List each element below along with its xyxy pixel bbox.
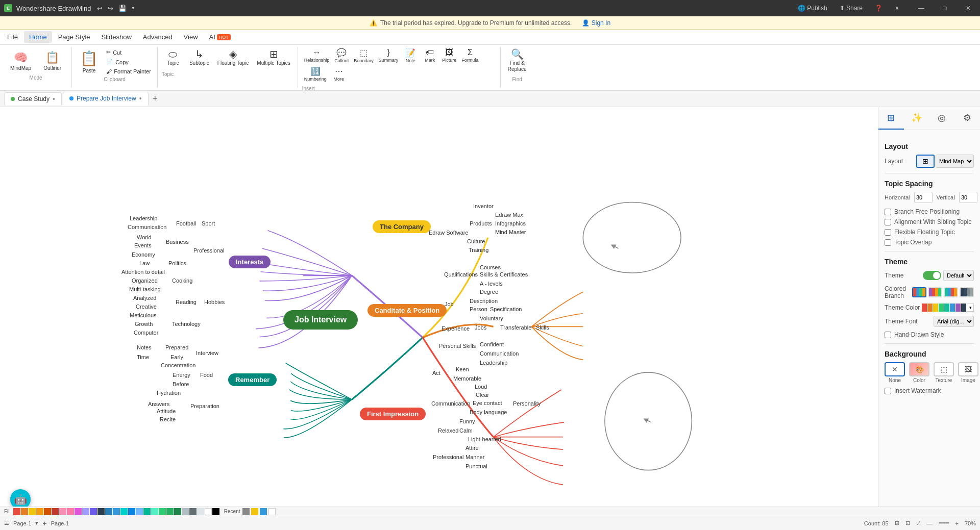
sign-in-btn[interactable]: 👤 Sign In bbox=[582, 19, 610, 27]
zoom-out-btn[interactable]: — bbox=[927, 520, 933, 526]
picture-btn[interactable]: 🖼 Picture bbox=[440, 47, 458, 64]
leaf-computer[interactable]: Computer bbox=[134, 330, 158, 336]
leaf-eye-contact[interactable]: Eye contact bbox=[473, 400, 502, 406]
swatch-magenta[interactable] bbox=[75, 508, 82, 515]
leaf-world[interactable]: World bbox=[137, 234, 152, 240]
leaf-notes[interactable]: Notes bbox=[137, 344, 152, 350]
leaf-loud[interactable]: Loud bbox=[475, 384, 487, 390]
relationship-btn[interactable]: ↔ Relationship bbox=[302, 47, 332, 64]
menu-ai[interactable]: AI HOT bbox=[204, 31, 236, 43]
leaf-edraw-max[interactable]: Edraw Max bbox=[495, 212, 523, 218]
tab-close-case-study[interactable]: • bbox=[53, 95, 55, 103]
zoom-in-btn[interactable]: + bbox=[955, 520, 959, 526]
leaf-law[interactable]: Law bbox=[139, 260, 150, 266]
leaf-comm2[interactable]: Communication bbox=[480, 350, 519, 357]
share-btn[interactable]: ⬆ Share bbox=[836, 3, 867, 14]
leaf-sport[interactable]: Sport bbox=[202, 220, 215, 226]
leaf-skills[interactable]: Skills bbox=[536, 324, 549, 331]
leaf-energy[interactable]: Energy bbox=[173, 372, 190, 378]
boundary-btn[interactable]: ⬚ Boundary bbox=[352, 47, 376, 64]
tab-prepare-job[interactable]: Prepare Job Interview • bbox=[63, 92, 149, 106]
leaf-politics[interactable]: Politics bbox=[168, 260, 186, 266]
leaf-answers[interactable]: Answers bbox=[148, 401, 169, 407]
swatch-lavender[interactable] bbox=[82, 508, 89, 515]
leaf-jobs[interactable]: Jobs bbox=[475, 324, 486, 331]
recent-swatch4[interactable] bbox=[268, 508, 276, 515]
more-btn[interactable]: ⋯ More bbox=[330, 65, 348, 83]
node-first-impression[interactable]: First Impression bbox=[360, 408, 426, 420]
leaf-attitude[interactable]: Attitude bbox=[157, 408, 176, 414]
tab-case-study[interactable]: Case Study • bbox=[4, 92, 62, 105]
leaf-funny[interactable]: Funny bbox=[459, 418, 475, 424]
color-strip[interactable]: ▾ bbox=[922, 304, 974, 312]
leaf-courses[interactable]: Courses bbox=[480, 264, 501, 270]
maximize-btn[interactable]: □ bbox=[933, 0, 957, 16]
leaf-prepared[interactable]: Prepared bbox=[165, 344, 188, 350]
recent-swatch2[interactable] bbox=[251, 508, 258, 515]
quick-access-btn[interactable]: ▾ bbox=[130, 4, 137, 13]
tc-purple[interactable] bbox=[955, 304, 961, 312]
recent-swatch3[interactable] bbox=[260, 508, 267, 515]
leaf-time[interactable]: Time bbox=[137, 354, 149, 360]
leaf-person[interactable]: Person bbox=[470, 306, 487, 312]
swatch-dark-green[interactable] bbox=[166, 508, 174, 515]
leaf-hobbies[interactable]: Hobbies bbox=[204, 299, 225, 305]
bg-color[interactable]: 🎨 Color bbox=[909, 362, 929, 383]
leaf-reading[interactable]: Reading bbox=[176, 299, 197, 305]
swatch-light-gray[interactable] bbox=[182, 508, 189, 515]
leaf-economy[interactable]: Economy bbox=[132, 251, 155, 258]
swatch-mint[interactable] bbox=[151, 508, 158, 515]
copy-btn[interactable]: 📄 Copy bbox=[104, 58, 153, 66]
panel-tab-location[interactable]: ◎ bbox=[929, 107, 955, 130]
swatch-very-light-gray[interactable] bbox=[197, 508, 204, 515]
swatch-forest-green[interactable] bbox=[174, 508, 181, 515]
paste-btn[interactable]: 📋 Paste bbox=[76, 48, 102, 75]
leaf-football[interactable]: Football bbox=[176, 220, 196, 226]
node-candidate[interactable]: Canditate & Position bbox=[368, 304, 447, 317]
tab-close-prepare-job[interactable]: • bbox=[139, 94, 142, 103]
leaf-culture[interactable]: Culture bbox=[467, 238, 485, 244]
note-btn[interactable]: 📝 Note bbox=[401, 47, 420, 64]
swatch-yellow[interactable] bbox=[29, 508, 36, 515]
swatch-white[interactable] bbox=[205, 508, 212, 515]
leaf-inventor[interactable]: Inventor bbox=[473, 203, 494, 209]
leaf-leadership2[interactable]: Leadership bbox=[480, 360, 507, 366]
swatch-green[interactable] bbox=[159, 508, 166, 515]
numbering-btn[interactable]: 🔢 Numbering bbox=[302, 65, 329, 83]
leaf-concentration[interactable]: Concentration bbox=[161, 362, 196, 368]
swatch-black[interactable] bbox=[212, 508, 219, 515]
menu-advanced[interactable]: Advanced bbox=[138, 31, 178, 43]
tc-green[interactable] bbox=[939, 304, 944, 312]
horizontal-input[interactable] bbox=[914, 192, 933, 203]
leaf-attention[interactable]: Attention to detail bbox=[121, 269, 165, 275]
close-btn[interactable]: ✕ bbox=[957, 0, 980, 16]
checkbox-alignment-input[interactable] bbox=[885, 219, 891, 225]
leaf-skills-certs[interactable]: Skills & Certificates bbox=[480, 271, 528, 277]
cb-opt-1[interactable] bbox=[912, 287, 926, 297]
leaf-attire[interactable]: Attire bbox=[465, 445, 479, 451]
leaf-interview[interactable]: Interview bbox=[196, 350, 218, 356]
swatch-dodger-blue[interactable] bbox=[128, 508, 135, 515]
tc-teal[interactable] bbox=[944, 304, 949, 312]
leaf-voluntary[interactable]: Voluntary bbox=[480, 315, 503, 321]
grid-view-btn[interactable]: ⊞ bbox=[895, 520, 899, 526]
leaf-professional[interactable]: Professional bbox=[193, 247, 225, 254]
layout-dropdown[interactable]: Mind Map bbox=[936, 155, 974, 168]
leaf-personality[interactable]: Personality bbox=[513, 400, 541, 407]
redo-btn[interactable]: ↪ bbox=[106, 4, 115, 13]
swatch-purple[interactable] bbox=[90, 508, 97, 515]
collapse-ribbon-btn[interactable]: ∧ bbox=[891, 3, 903, 14]
leaf-personal-skills[interactable]: Personal Skills bbox=[439, 343, 476, 349]
leaf-business[interactable]: Business bbox=[166, 239, 189, 245]
leaf-preparation[interactable]: Preparation bbox=[190, 403, 219, 409]
bg-texture[interactable]: ⬚ Texture bbox=[934, 362, 954, 383]
swatch-orange[interactable] bbox=[21, 508, 28, 515]
cb-opt-2[interactable] bbox=[928, 287, 942, 297]
menu-file[interactable]: File bbox=[2, 31, 23, 43]
leaf-degree[interactable]: Degree bbox=[480, 289, 498, 295]
zoom-slider[interactable]: ━━━ bbox=[939, 520, 949, 526]
leaf-hydration[interactable]: Hydration bbox=[157, 390, 181, 396]
canvas[interactable]: Job Interview Interests Leadership Commu… bbox=[0, 107, 878, 515]
leaf-infographics[interactable]: Infographics bbox=[495, 220, 526, 226]
leaf-transferable[interactable]: Transferable bbox=[500, 324, 531, 331]
